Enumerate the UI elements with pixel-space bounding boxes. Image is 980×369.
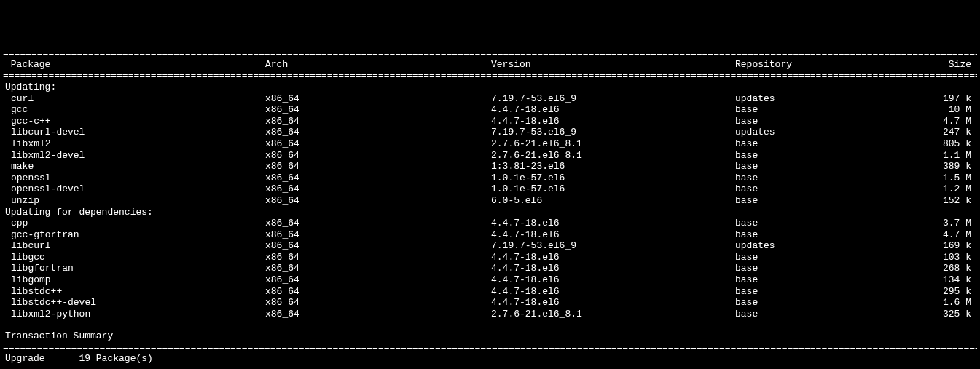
package-size: 103 k — [932, 252, 977, 263]
package-version: 7.19.7-53.el6_9 — [491, 240, 735, 252]
table-row: libxml2-pythonx86_642.7.6-21.el6_8.1base… — [3, 309, 977, 320]
table-row: libxml2x86_642.7.6-21.el6_8.1base805 k — [3, 138, 977, 150]
transaction-summary-title: Transaction Summary — [3, 330, 977, 342]
package-repo: base — [735, 195, 932, 207]
package-name: libxml2-python — [3, 309, 265, 320]
package-arch: x86_64 — [265, 252, 491, 263]
blank-line — [3, 365, 977, 369]
package-size: 1.5 M — [932, 172, 977, 184]
package-repo: updates — [735, 240, 932, 252]
table-row: cppx86_644.4.7-18.el6base3.7 M — [3, 218, 977, 229]
package-arch: x86_64 — [265, 183, 491, 195]
package-version: 4.4.7-18.el6 — [491, 286, 735, 298]
package-size: 3.7 M — [932, 218, 977, 229]
package-size: 169 k — [932, 240, 977, 252]
terminal-output: ========================================… — [3, 48, 977, 369]
package-repo: updates — [735, 127, 932, 138]
divider: ========================================… — [3, 48, 977, 59]
package-version: 4.4.7-18.el6 — [491, 263, 735, 274]
header-package: Package — [3, 59, 265, 71]
package-name: libstdc++ — [3, 286, 265, 298]
package-size: 1.1 M — [932, 150, 977, 162]
package-repo: base — [735, 172, 932, 184]
package-version: 2.7.6-21.el6_8.1 — [491, 138, 735, 150]
package-repo: updates — [735, 93, 932, 105]
package-name: gcc — [3, 104, 265, 116]
section-label: Updating for dependencies: — [3, 207, 977, 218]
package-name: cpp — [3, 218, 265, 229]
package-version: 1.0.1e-57.el6 — [491, 183, 735, 195]
package-size: 268 k — [932, 263, 977, 274]
package-name: libgcc — [3, 252, 265, 263]
package-repo: base — [735, 138, 932, 150]
package-repo: base — [735, 150, 932, 162]
package-version: 7.19.7-53.el6_9 — [491, 93, 735, 105]
package-repo: base — [735, 116, 932, 127]
package-version: 4.4.7-18.el6 — [491, 274, 735, 286]
package-version: 7.19.7-53.el6_9 — [491, 127, 735, 138]
package-size: 134 k — [932, 274, 977, 286]
package-arch: x86_64 — [265, 127, 491, 138]
package-arch: x86_64 — [265, 195, 491, 207]
package-size: 295 k — [932, 286, 977, 298]
package-repo: base — [735, 286, 932, 298]
package-arch: x86_64 — [265, 93, 491, 105]
package-name: libxml2 — [3, 138, 265, 150]
package-name: libcurl-devel — [3, 127, 265, 138]
divider: ========================================… — [3, 71, 977, 82]
table-row: libgompx86_644.4.7-18.el6base134 k — [3, 274, 977, 286]
divider: ========================================… — [3, 342, 977, 353]
package-version: 4.4.7-18.el6 — [491, 252, 735, 263]
package-repo: base — [735, 274, 932, 286]
package-name: gcc-c++ — [3, 116, 265, 127]
package-repo: base — [735, 309, 932, 320]
header-arch: Arch — [265, 59, 491, 71]
package-size: 197 k — [932, 93, 977, 105]
package-repo: base — [735, 252, 932, 263]
package-version: 2.7.6-21.el6_8.1 — [491, 150, 735, 162]
package-name: gcc-gfortran — [3, 229, 265, 241]
table-row: curlx86_647.19.7-53.el6_9updates197 k — [3, 93, 977, 105]
package-name: curl — [3, 93, 265, 105]
package-name: unzip — [3, 195, 265, 207]
package-arch: x86_64 — [265, 172, 491, 184]
package-version: 4.4.7-18.el6 — [491, 218, 735, 229]
table-header: PackageArchVersionRepositorySize — [3, 59, 977, 71]
header-repository: Repository — [735, 59, 932, 71]
package-name: openssl — [3, 172, 265, 184]
header-size: Size — [932, 59, 977, 71]
package-size: 247 k — [932, 127, 977, 138]
package-name: libgomp — [3, 274, 265, 286]
table-row: libstdc++x86_644.4.7-18.el6base295 k — [3, 286, 977, 298]
package-version: 4.4.7-18.el6 — [491, 297, 735, 309]
table-row: libgccx86_644.4.7-18.el6base103 k — [3, 252, 977, 263]
table-row: gcc-c++x86_644.4.7-18.el6base4.7 M — [3, 116, 977, 127]
upgrade-summary: Upgrade 19 Package(s) — [3, 353, 977, 365]
package-version: 1:3.81-23.el6 — [491, 161, 735, 172]
table-row: libgfortranx86_644.4.7-18.el6base268 k — [3, 263, 977, 274]
package-arch: x86_64 — [265, 274, 491, 286]
package-arch: x86_64 — [265, 240, 491, 252]
package-name: openssl-devel — [3, 183, 265, 195]
table-row: unzipx86_646.0-5.el6base152 k — [3, 195, 977, 207]
package-version: 4.4.7-18.el6 — [491, 116, 735, 127]
package-repo: base — [735, 229, 932, 241]
package-size: 1.6 M — [932, 297, 977, 309]
package-repo: base — [735, 183, 932, 195]
package-repo: base — [735, 297, 932, 309]
package-size: 4.7 M — [932, 116, 977, 127]
package-name: libcurl — [3, 240, 265, 252]
table-row: libcurlx86_647.19.7-53.el6_9updates169 k — [3, 240, 977, 252]
package-repo: base — [735, 104, 932, 116]
header-version: Version — [491, 59, 735, 71]
package-name: libstdc++-devel — [3, 297, 265, 309]
package-size: 10 M — [932, 104, 977, 116]
package-arch: x86_64 — [265, 229, 491, 241]
package-arch: x86_64 — [265, 297, 491, 309]
package-arch: x86_64 — [265, 150, 491, 162]
table-row: libstdc++-develx86_644.4.7-18.el6base1.6… — [3, 297, 977, 309]
package-repo: base — [735, 161, 932, 172]
package-size: 152 k — [932, 195, 977, 207]
table-row: libcurl-develx86_647.19.7-53.el6_9update… — [3, 127, 977, 138]
package-version: 1.0.1e-57.el6 — [491, 172, 735, 184]
